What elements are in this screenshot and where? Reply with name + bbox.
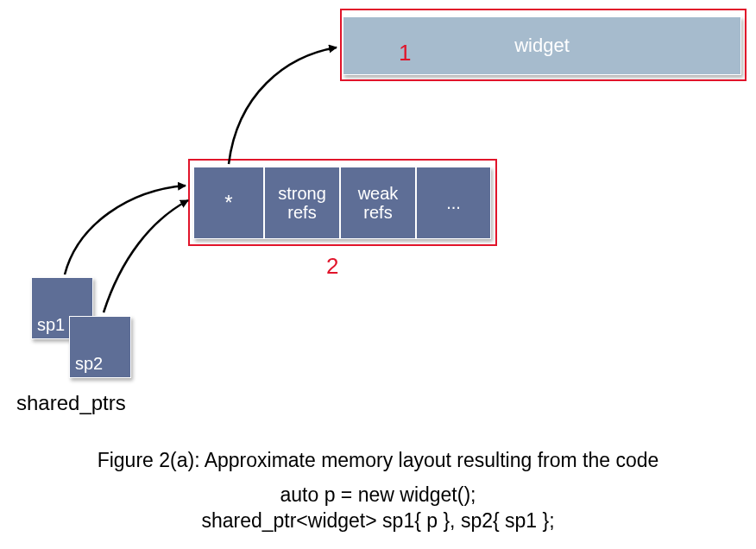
sp1-label: sp1 — [37, 315, 65, 335]
control-block-strong: strong refs — [278, 184, 326, 222]
figure-caption-code-line-1: auto p = new widget(); — [0, 483, 756, 507]
annotation-2: 2 — [326, 253, 338, 280]
arrow-sp2-to-ctrl — [104, 200, 188, 312]
shared-ptrs-label: shared_ptrs — [16, 391, 126, 415]
control-block-weak: weak refs — [358, 184, 399, 222]
arrow-sp1-to-ctrl — [65, 186, 186, 274]
annotation-1: 1 — [399, 40, 411, 66]
control-block-weak-cell: weak refs — [340, 167, 416, 239]
widget-label: widget — [514, 35, 570, 57]
sp2-box: sp2 — [69, 316, 131, 378]
control-block-more: ... — [446, 193, 461, 212]
control-block-ptr: * — [224, 192, 232, 214]
figure-caption-code-line-2: shared_ptr<widget> sp1{ p }, sp2{ sp1 }; — [0, 509, 756, 533]
arrow-ctrl-to-widget — [229, 47, 337, 164]
figure-caption-title: Figure 2(a): Approximate memory layout r… — [0, 449, 756, 472]
control-block: * strong refs weak refs ... — [193, 167, 491, 239]
control-block-ptr-cell: * — [193, 167, 264, 239]
sp2-label: sp2 — [75, 354, 103, 374]
control-block-strong-cell: strong refs — [264, 167, 340, 239]
control-block-more-cell: ... — [416, 167, 491, 239]
